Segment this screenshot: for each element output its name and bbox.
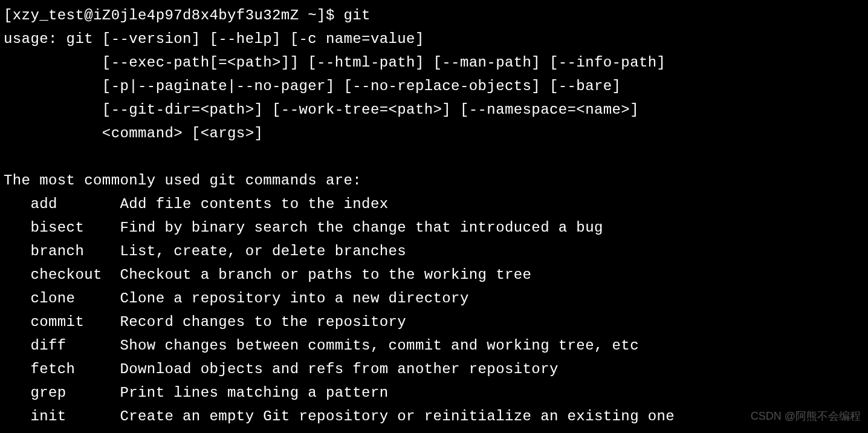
usage-line-3: [-p|--paginate|--no-pager] [--no-replace…	[0, 74, 868, 98]
command-row-grep: grep Print lines matching a pattern	[0, 381, 868, 405]
command-row-diff: diff Show changes between commits, commi…	[0, 334, 868, 357]
command-row-bisect: bisect Find by binary search the change …	[0, 216, 868, 239]
usage-line-1: usage: git [--version] [--help] [-c name…	[0, 27, 868, 51]
command-row-fetch: fetch Download objects and refs from ano…	[0, 357, 868, 381]
blank-line	[0, 145, 868, 169]
command-row-clone: clone Clone a repository into a new dire…	[0, 287, 868, 310]
command-row-commit: commit Record changes to the repository	[0, 310, 868, 334]
command-row-branch: branch List, create, or delete branches	[0, 239, 868, 263]
command-row-checkout: checkout Checkout a branch or paths to t…	[0, 263, 868, 287]
commands-heading: The most commonly used git commands are:	[0, 169, 868, 192]
terminal-prompt-line[interactable]: [xzy_test@iZ0jle4p97d8x4byf3u32mZ ~]$ gi…	[0, 4, 868, 27]
usage-line-5: <command> [<args>]	[0, 122, 868, 145]
command-row-add: add Add file contents to the index	[0, 192, 868, 216]
command-row-init: init Create an empty Git repository or r…	[0, 405, 868, 428]
usage-line-4: [--git-dir=<path>] [--work-tree=<path>] …	[0, 98, 868, 122]
usage-line-2: [--exec-path[=<path>]] [--html-path] [--…	[0, 51, 868, 74]
